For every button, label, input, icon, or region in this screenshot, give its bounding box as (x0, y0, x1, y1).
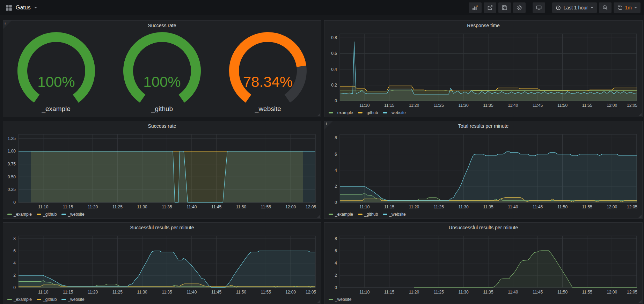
grafana-app: Gatus (0, 0, 644, 304)
panel-title[interactable]: Success rate (3, 21, 321, 30)
y-axis-tick: 0 (335, 98, 337, 103)
x-axis-tick: 11:55 (582, 103, 592, 108)
dashboards-grid-icon[interactable] (6, 5, 12, 11)
tv-mode-button[interactable] (533, 2, 545, 13)
x-axis-tick: 11:55 (261, 290, 271, 295)
time-range-button[interactable]: Last 1 hour (552, 2, 597, 13)
chart-success-rate[interactable]: 00.250.500.751.001.2511:1011:1511:2011:2… (3, 121, 321, 218)
panel-unsuccessful-results: Unsuccessful results per minute 0246811:… (324, 222, 643, 304)
refresh-button[interactable]: 1m (614, 2, 641, 13)
panel-title[interactable]: Response time (324, 21, 642, 30)
legend-item-_example[interactable]: _example (329, 212, 353, 217)
settings-button[interactable] (513, 2, 526, 13)
x-axis-tick: 11:40 (186, 290, 197, 295)
chart-response-time[interactable]: 00.20.40.60.811:1011:1511:2011:2511:3011… (324, 21, 642, 117)
legend-label: _github (43, 297, 57, 302)
panel-title[interactable]: Successful results per minute (3, 223, 321, 232)
y-axis-tick: 6 (335, 249, 337, 253)
share-button[interactable] (484, 2, 496, 13)
legend-item-_website[interactable]: _website (329, 297, 351, 302)
x-axis-tick: 11:15 (384, 290, 394, 295)
legend-item-_example[interactable]: _example (329, 110, 353, 115)
x-axis-tick: 11:25 (112, 205, 123, 209)
info-icon[interactable]: i (324, 121, 333, 129)
x-axis-tick: 11:30 (459, 205, 469, 209)
x-axis-tick: 11:25 (112, 290, 123, 295)
legend-item-_website[interactable]: _website (61, 212, 84, 217)
add-panel-button[interactable] (469, 2, 482, 13)
legend-item-_example[interactable]: _example (7, 297, 32, 302)
legend-label: _github (43, 212, 57, 217)
panel-resize-handle[interactable] (638, 300, 642, 303)
legend-swatch (329, 299, 333, 300)
panel-successful-results: Successful results per minute 0246811:10… (3, 222, 321, 304)
x-axis-tick: 11:25 (434, 205, 444, 209)
legend-label: _website (389, 110, 405, 115)
panel-resize-handle[interactable] (317, 113, 320, 116)
chart-legend: _example_github_website (7, 212, 85, 217)
panel-title[interactable]: Success rate (3, 121, 321, 130)
y-axis-tick: 4 (335, 168, 337, 173)
x-axis-tick: 11:15 (384, 103, 394, 108)
legend-item-_github[interactable]: _github (37, 212, 57, 217)
legend-swatch (358, 112, 363, 113)
x-axis-tick: 11:15 (63, 205, 73, 209)
x-axis-tick: 11:35 (483, 205, 493, 209)
legend-item-_example[interactable]: _example (7, 212, 32, 217)
legend-swatch (7, 214, 12, 215)
chart-legend: _example_github_website (7, 297, 85, 302)
gauge-label: _website (215, 105, 321, 113)
legend-item-_website[interactable]: _website (383, 110, 405, 115)
x-axis-tick: 11:40 (186, 205, 197, 209)
save-button[interactable] (498, 2, 511, 13)
dashboard-title[interactable]: Gatus (16, 5, 31, 11)
chart-unsuccessful-results-per-minute[interactable]: 0246811:1011:1511:2011:2511:3011:3511:40… (324, 223, 642, 304)
panel-total-results: i Total results per minute 0246811:1011:… (324, 121, 643, 219)
chart-total-results-per-minute[interactable]: 0246811:1011:1511:2011:2511:3011:3511:40… (324, 121, 642, 218)
gauge-row: 100%_example100%_github78.34%_website (3, 30, 321, 117)
gauge-_github: 100%_github (109, 32, 215, 113)
legend-label: _website (335, 297, 351, 302)
x-axis-tick: 11:35 (483, 103, 493, 108)
legend-label: _example (14, 212, 32, 217)
chart-successful-results-per-minute[interactable]: 0246811:1011:1511:2011:2511:3011:3511:40… (3, 223, 321, 304)
panel-resize-handle[interactable] (638, 215, 642, 218)
info-icon[interactable]: i (3, 21, 12, 29)
x-axis-tick: 11:40 (508, 103, 518, 108)
x-axis-tick: 11:35 (162, 205, 172, 209)
gauge-_website: 78.34%_website (215, 32, 321, 113)
x-axis-tick: 11:10 (359, 290, 369, 295)
legend-label: _github (364, 110, 378, 115)
panel-title[interactable]: Total results per minute (324, 121, 642, 130)
chevron-down-icon[interactable] (34, 7, 37, 8)
y-axis-tick: 0.75 (8, 162, 16, 166)
x-axis-tick: 11:30 (137, 290, 147, 295)
y-axis-tick: 0.6 (331, 51, 337, 56)
y-axis-tick: 0 (335, 200, 337, 205)
legend-label: _website (68, 297, 84, 302)
y-axis-tick: 0 (13, 200, 16, 205)
legend-item-_website[interactable]: _website (61, 297, 84, 302)
panel-resize-handle[interactable] (317, 215, 320, 218)
chevron-down-icon (591, 7, 593, 8)
legend-item-_website[interactable]: _website (383, 212, 405, 217)
y-axis-tick: 6 (335, 152, 337, 157)
y-axis-tick: 0 (335, 285, 337, 290)
x-axis-tick: 11:40 (508, 290, 518, 295)
panel-resize-handle[interactable] (317, 300, 320, 303)
panel-title[interactable]: Unsuccessful results per minute (324, 223, 642, 232)
series-fill-_website (414, 251, 637, 288)
legend-item-_github[interactable]: _github (358, 110, 378, 115)
legend-swatch (37, 214, 41, 215)
legend-label: _example (14, 297, 32, 302)
legend-item-_github[interactable]: _github (358, 212, 378, 217)
chart-legend: _website (329, 297, 351, 302)
legend-swatch (61, 299, 66, 300)
zoom-out-button[interactable] (599, 2, 612, 13)
x-axis-tick: 11:55 (582, 290, 592, 295)
x-axis-tick: 12:05 (306, 290, 316, 295)
legend-item-_github[interactable]: _github (37, 297, 57, 302)
x-axis-tick: 12:05 (306, 205, 316, 209)
y-axis-tick: 1.00 (8, 149, 16, 154)
panel-resize-handle[interactable] (638, 113, 642, 116)
